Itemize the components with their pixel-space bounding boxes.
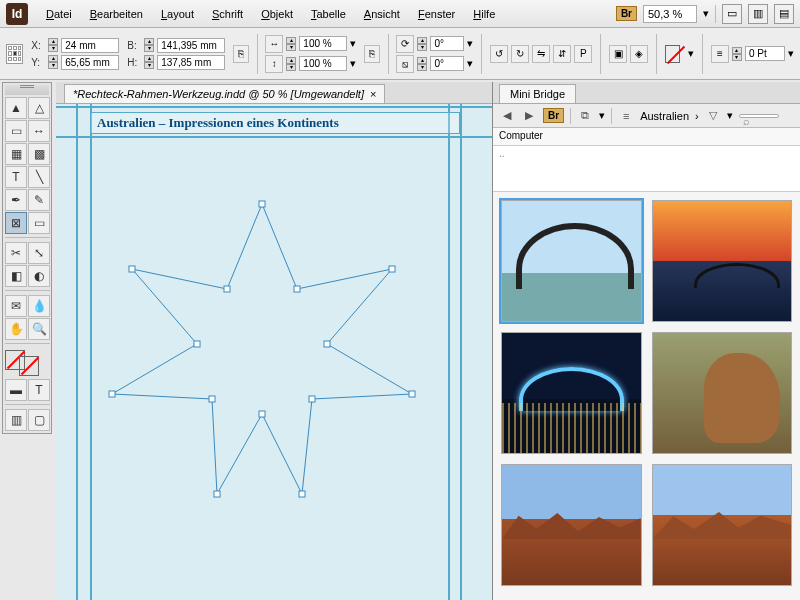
select-content-icon[interactable]: ◈	[630, 45, 648, 63]
reference-point[interactable]	[6, 44, 23, 64]
thumbnail[interactable]	[652, 332, 793, 454]
document-tab[interactable]: *Rechteck-Rahmen-Werkzeug.indd @ 50 % [U…	[64, 84, 385, 103]
nav-forward-icon[interactable]: ▶	[521, 108, 537, 124]
bridge-app-icon[interactable]: Br	[543, 108, 564, 123]
star-polygon-frame[interactable]	[102, 194, 422, 514]
view-mode-preview[interactable]: ▢	[28, 409, 50, 431]
eyedropper-tool[interactable]: 💧	[28, 295, 50, 317]
type-tool[interactable]: T	[5, 166, 27, 188]
apply-color-icon[interactable]: ▬	[5, 379, 27, 401]
content-collector-tool[interactable]: ▦	[5, 143, 27, 165]
select-container-icon[interactable]: ▣	[609, 45, 627, 63]
direct-selection-tool[interactable]: △	[28, 97, 50, 119]
hand-tool[interactable]: ✋	[5, 318, 27, 340]
format-text-icon[interactable]: T	[28, 379, 50, 401]
rotate-input[interactable]: 0°	[430, 36, 464, 51]
menu-ansicht[interactable]: Ansicht	[356, 4, 408, 24]
menu-tabelle[interactable]: Tabelle	[303, 4, 354, 24]
filter-icon[interactable]: ▽	[705, 108, 721, 124]
flip-v-icon[interactable]: ⇵	[553, 45, 571, 63]
thumbnail[interactable]	[501, 464, 642, 586]
menu-bearbeiten[interactable]: Bearbeiten	[82, 4, 151, 24]
flip-h-icon[interactable]: ⇋	[532, 45, 550, 63]
panel-view-icon[interactable]: ⧉	[577, 108, 593, 124]
mini-bridge-tab[interactable]: Mini Bridge	[499, 84, 576, 103]
pen-tool[interactable]: ✒	[5, 189, 27, 211]
close-icon[interactable]: ×	[370, 88, 376, 100]
constrain-scale-icon[interactable]: ⎘	[364, 45, 379, 63]
dropdown-icon[interactable]: ▾	[467, 37, 473, 50]
breadcrumb-chevron-icon[interactable]: ›	[695, 110, 699, 122]
bridge-badge[interactable]: Br	[616, 6, 637, 21]
h-label: H:	[127, 57, 141, 68]
dropdown-icon[interactable]: ▾	[688, 47, 694, 60]
frame-tool[interactable]: ⊠	[5, 212, 27, 234]
menu-layout[interactable]: Layout	[153, 4, 202, 24]
p-icon[interactable]: P	[574, 45, 592, 63]
screen-mode-icon[interactable]: ▥	[748, 4, 768, 24]
svg-rect-6	[309, 396, 315, 402]
zoom-tool[interactable]: 🔍	[28, 318, 50, 340]
scale-y-input[interactable]: 100 %	[299, 56, 347, 71]
gradient-tool[interactable]: ◧	[5, 265, 27, 287]
content-placer-tool[interactable]: ▩	[28, 143, 50, 165]
zoom-dropdown-icon[interactable]: ▾	[703, 7, 709, 20]
menu-hilfe[interactable]: Hilfe	[465, 4, 503, 24]
dropdown-icon[interactable]: ▾	[350, 57, 356, 70]
sort-icon[interactable]: ≡	[618, 108, 634, 124]
thumbnail[interactable]	[501, 332, 642, 454]
menu-fenster[interactable]: Fenster	[410, 4, 463, 24]
divider	[388, 34, 389, 74]
y-input[interactable]: 65,65 mm	[61, 55, 119, 70]
dropdown-icon[interactable]: ▾	[599, 109, 605, 122]
constrain-wh-icon[interactable]: ⎘	[233, 45, 248, 63]
menu-datei[interactable]: Datei	[38, 4, 80, 24]
view-mode-icon[interactable]: ▭	[722, 4, 742, 24]
thumbnail[interactable]	[652, 464, 793, 586]
thumbnail[interactable]	[501, 200, 642, 322]
height-input[interactable]: 137,85 mm	[157, 55, 225, 70]
line-tool[interactable]: ╲	[28, 166, 50, 188]
svg-rect-3	[389, 266, 395, 272]
shear-input[interactable]: 0°	[430, 56, 464, 71]
selection-tool[interactable]: ▲	[5, 97, 27, 119]
dropdown-icon[interactable]: ▾	[788, 47, 794, 60]
width-input[interactable]: 141,395 mm	[157, 38, 225, 53]
dropdown-icon[interactable]: ▾	[727, 109, 733, 122]
menu-schrift[interactable]: Schrift	[204, 4, 251, 24]
headline-text-frame[interactable]: Australien – Impressionen eines Kontinen…	[90, 112, 460, 134]
gap-tool[interactable]: ↔	[28, 120, 50, 142]
dropdown-icon[interactable]: ▾	[467, 57, 473, 70]
shear-icon: ⧅	[396, 55, 414, 73]
stroke-swatch[interactable]	[19, 356, 39, 376]
scale-x-input[interactable]: 100 %	[299, 36, 347, 51]
transform-tool[interactable]: ⤡	[28, 242, 50, 264]
pencil-tool[interactable]: ✎	[28, 189, 50, 211]
search-input[interactable]	[739, 114, 779, 118]
x-input[interactable]: 24 mm	[61, 38, 119, 53]
view-mode-normal[interactable]: ▥	[5, 409, 27, 431]
zoom-field[interactable]: 50,3 %	[643, 5, 697, 23]
note-tool[interactable]: ✉	[5, 295, 27, 317]
bridge-folder-area[interactable]: ..	[493, 146, 800, 192]
stroke-input[interactable]: 0 Pt	[745, 46, 785, 61]
fill-none-icon[interactable]	[665, 45, 680, 63]
rotate-ccw-icon[interactable]: ↺	[490, 45, 508, 63]
dropdown-icon[interactable]: ▾	[350, 37, 356, 50]
rectangle-tool[interactable]: ▭	[28, 212, 50, 234]
svg-rect-4	[324, 341, 330, 347]
arrange-icon[interactable]: ▤	[774, 4, 794, 24]
guide-vertical	[460, 104, 462, 600]
document-canvas[interactable]: Australien – Impressionen eines Kontinen…	[56, 104, 492, 600]
menu-objekt[interactable]: Objekt	[253, 4, 301, 24]
toolbox-grip[interactable]	[5, 85, 49, 95]
breadcrumb[interactable]: Australien	[640, 110, 689, 122]
thumbnail[interactable]	[652, 200, 793, 322]
nav-back-icon[interactable]: ◀	[499, 108, 515, 124]
rotate-cw-icon[interactable]: ↻	[511, 45, 529, 63]
scissors-tool[interactable]: ✂	[5, 242, 27, 264]
guide-horizontal	[56, 136, 492, 138]
gradient-feather-tool[interactable]: ◐	[28, 265, 50, 287]
bridge-path-bar[interactable]: Computer	[493, 128, 800, 146]
page-tool[interactable]: ▭	[5, 120, 27, 142]
